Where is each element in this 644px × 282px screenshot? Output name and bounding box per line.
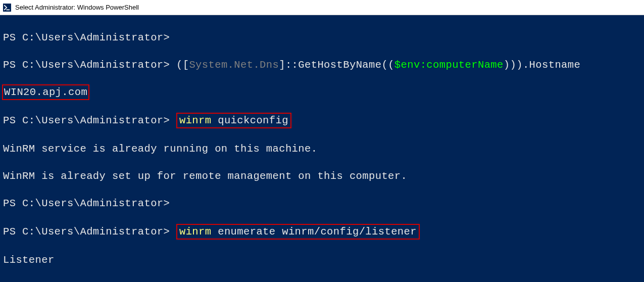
highlight-quickconfig: winrm quickconfig (176, 113, 291, 128)
prompt-line: PS C:\Users\Administrator> (3, 59, 170, 71)
env-variable: $env:computerName (394, 59, 504, 71)
prompt-line: PS C:\Users\Administrator> (3, 226, 170, 238)
powershell-icon (3, 4, 11, 12)
terminal-output[interactable]: PS C:\Users\Administrator> PS C:\Users\A… (0, 15, 644, 282)
window-title-bar[interactable]: Select Administrator: Windows PowerShell (0, 0, 644, 15)
space (170, 226, 176, 238)
highlight-enumerate: winrm enumerate winrm/config/listener (176, 224, 420, 240)
cmd-text: ]::GetHostByName(( (279, 59, 394, 71)
output-line: WinRM service is already running on this… (3, 142, 641, 156)
winrm-keyword: winrm (179, 115, 212, 126)
space (170, 115, 176, 126)
cmd-text: ([ (170, 59, 189, 71)
cmd-text: ))).Hostname (504, 59, 580, 71)
output-line: WinRM is already set up for remote manag… (3, 169, 641, 183)
highlight-hostname: WIN20.apj.com (2, 84, 89, 100)
window-title: Select Administrator: Windows PowerShell (15, 4, 139, 11)
type-literal: System.Net.Dns (189, 59, 279, 71)
prompt-line: PS C:\Users\Administrator> (3, 198, 170, 209)
prompt-line: PS C:\Users\Administrator> (3, 32, 170, 43)
listener-header: Listener (3, 253, 641, 267)
quickconfig-args: quickconfig (211, 115, 288, 126)
winrm-keyword: winrm (179, 226, 212, 238)
enumerate-args: enumerate winrm/config/listener (211, 226, 416, 238)
prompt-line: PS C:\Users\Administrator> (3, 115, 170, 126)
